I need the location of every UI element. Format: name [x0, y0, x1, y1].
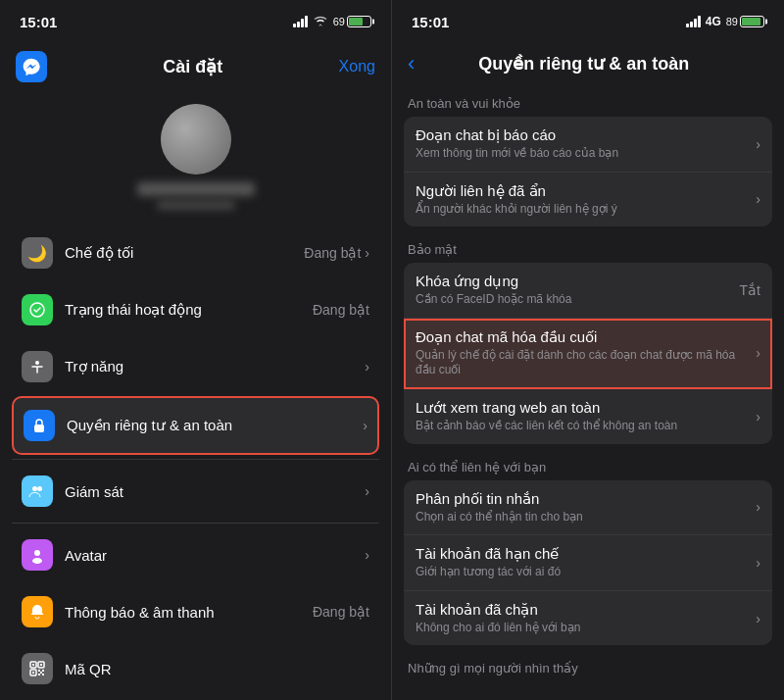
- status-time-right: 15:01: [412, 14, 449, 30]
- wifi-icon-left: [313, 15, 328, 29]
- status-icons-right: 4G 89: [686, 15, 764, 28]
- right-panel: 15:01 4G 89 ‹ Quyền riêng tư & an toàn A…: [392, 0, 784, 700]
- avatar-icon: [22, 539, 53, 571]
- battery-text-right: 89: [726, 16, 738, 27]
- back-button[interactable]: ‹: [408, 51, 415, 76]
- e2e-chat-subtitle: Quản lý chế độ cài đặt dành cho các đoạn…: [416, 348, 748, 378]
- dark-mode-label: Chế độ tối: [65, 244, 133, 262]
- app-lock-value: Tắt: [740, 282, 760, 298]
- left-panel: 15:01 69: [0, 0, 392, 700]
- signal-bars-right: [686, 16, 701, 27]
- settings-header: Cài đặt Xong: [0, 43, 391, 94]
- privacy-item-safe-browsing[interactable]: Lướt xem trang web an toàn Bật cảnh báo …: [404, 389, 772, 444]
- blocked-accounts-subtitle: Không cho ai đó liên hệ với bạn: [416, 621, 748, 636]
- signal-bars-left: [293, 16, 308, 27]
- divider-1: [12, 459, 379, 460]
- section-contacts-title: Ai có thể liên hệ với bạn: [404, 452, 772, 480]
- activity-value: Đang bật: [313, 302, 369, 318]
- privacy-icon: [24, 410, 55, 441]
- network-type: 4G: [706, 15, 721, 28]
- dark-mode-value: Đang bật: [304, 245, 361, 261]
- svg-point-1: [35, 361, 39, 365]
- chevron-icon: ›: [365, 359, 369, 375]
- privacy-item-hidden-contacts[interactable]: Người liên hệ đã ẩn Ẩn người khác khỏi n…: [404, 173, 772, 227]
- settings-item-activity[interactable]: Trạng thái hoạt động Đang bật: [12, 282, 379, 337]
- svg-point-6: [32, 558, 42, 564]
- chevron-icon: ›: [756, 611, 760, 626]
- privacy-item-restricted-accounts[interactable]: Tài khoản đã hạn chế Giới hạn tương tác …: [404, 535, 772, 591]
- settings-item-supervision[interactable]: Giám sát ›: [12, 464, 379, 519]
- accessibility-icon: [22, 351, 53, 382]
- reported-chats-subtitle: Xem thông tin mới về báo cáo của bạn: [416, 146, 748, 162]
- settings-item-privacy[interactable]: Quyền riêng tư & an toàn ›: [12, 396, 379, 455]
- svg-rect-11: [40, 664, 42, 666]
- chevron-icon: ›: [365, 547, 369, 563]
- privacy-label: Quyền riêng tư & an toàn: [67, 417, 232, 434]
- battery-right: 89: [726, 16, 764, 27]
- hidden-contacts-title: Người liên hệ đã ẩn: [416, 182, 748, 200]
- privacy-list: An toàn và vui khỏe Đoạn chat bị báo cáo…: [392, 88, 784, 700]
- privacy-item-message-delivery[interactable]: Phân phối tin nhắn Chọn ai có thể nhận t…: [404, 480, 772, 536]
- notifications-label: Thông báo & âm thanh: [65, 604, 215, 621]
- section-security-title: Bảo mật: [404, 234, 772, 263]
- activity-icon: [22, 294, 53, 325]
- section-security-group: Khóa ứng dụng Cần có FaceID hoặc mã khóa…: [404, 263, 772, 443]
- message-delivery-subtitle: Chọn ai có thể nhận tin cho bạn: [416, 510, 748, 525]
- activity-label: Trạng thái hoạt động: [65, 301, 202, 319]
- status-time-left: 15:01: [20, 14, 57, 30]
- battery-left: 69: [333, 16, 371, 27]
- settings-item-dark-mode[interactable]: 🌙 Chế độ tối Đang bật ›: [12, 225, 379, 280]
- restricted-accounts-title: Tài khoản đã hạn chế: [416, 545, 748, 563]
- safe-browsing-subtitle: Bật cảnh báo về các liên kết có thể khôn…: [416, 419, 748, 434]
- settings-done-button[interactable]: Xong: [339, 58, 375, 75]
- privacy-header: ‹ Quyền riêng tư & an toàn: [392, 43, 784, 88]
- privacy-item-blocked-accounts[interactable]: Tài khoản đã chặn Không cho ai đó liên h…: [404, 591, 772, 646]
- notifications-icon: [22, 596, 53, 627]
- status-bar-right: 15:01 4G 89: [392, 0, 784, 43]
- chevron-icon: ›: [756, 555, 760, 571]
- divider-2: [12, 523, 379, 524]
- accessibility-label: Trợ năng: [65, 358, 123, 375]
- settings-item-accessibility[interactable]: Trợ năng ›: [12, 339, 379, 394]
- supervision-label: Giám sát: [65, 483, 123, 500]
- privacy-item-app-lock[interactable]: Khóa ứng dụng Cần có FaceID hoặc mã khóa…: [404, 263, 772, 319]
- status-bar-left: 15:01 69: [0, 0, 391, 43]
- settings-item-qr[interactable]: Mã QR: [12, 641, 379, 696]
- privacy-item-e2e-chat[interactable]: Đoạn chat mã hóa đầu cuối Quản lý chế độ…: [404, 319, 772, 389]
- notifications-value: Đang bật: [313, 604, 369, 620]
- chevron-icon: ›: [365, 483, 369, 499]
- messenger-logo: [16, 51, 47, 82]
- section-contacts-group: Phân phối tin nhắn Chọn ai có thể nhận t…: [404, 480, 772, 646]
- profile-name: [137, 182, 255, 196]
- qr-icon: [22, 653, 53, 684]
- settings-title: Cài đặt: [163, 56, 222, 77]
- profile-section[interactable]: [0, 94, 391, 225]
- app-lock-subtitle: Cần có FaceID hoặc mã khóa: [416, 292, 732, 308]
- qr-label: Mã QR: [65, 661, 112, 677]
- avatar: [161, 104, 231, 175]
- svg-point-4: [37, 486, 42, 491]
- svg-point-3: [32, 486, 37, 491]
- message-delivery-title: Phân phối tin nhắn: [416, 490, 748, 508]
- safe-browsing-title: Lướt xem trang web an toàn: [416, 399, 748, 417]
- svg-point-5: [34, 550, 40, 556]
- privacy-title: Quyền riêng tư & an toàn: [422, 53, 745, 75]
- supervision-icon: [22, 475, 53, 507]
- settings-item-notifications[interactable]: Thông báo & âm thanh Đang bật: [12, 584, 379, 639]
- settings-list: 🌙 Chế độ tối Đang bật › Trạng thái hoạt …: [0, 225, 391, 700]
- app-lock-title: Khóa ứng dụng: [416, 273, 732, 290]
- chevron-icon: ›: [756, 191, 760, 207]
- settings-item-avatar[interactable]: Avatar ›: [12, 527, 379, 582]
- chevron-icon: ›: [756, 409, 760, 425]
- battery-text-left: 69: [333, 16, 345, 27]
- hidden-contacts-subtitle: Ẩn người khác khỏi người liên hệ gợi ý: [416, 202, 748, 218]
- blocked-accounts-title: Tài khoản đã chặn: [416, 601, 748, 619]
- profile-subtitle: [157, 200, 235, 210]
- privacy-item-reported-chats[interactable]: Đoạn chat bị báo cáo Xem thông tin mới v…: [404, 117, 772, 173]
- chevron-icon: ›: [756, 499, 760, 515]
- chevron-icon: ›: [365, 245, 369, 261]
- svg-rect-10: [32, 664, 34, 666]
- dark-mode-icon: 🌙: [22, 237, 53, 269]
- e2e-chat-title: Đoạn chat mã hóa đầu cuối: [416, 328, 748, 346]
- chevron-icon: ›: [756, 345, 760, 361]
